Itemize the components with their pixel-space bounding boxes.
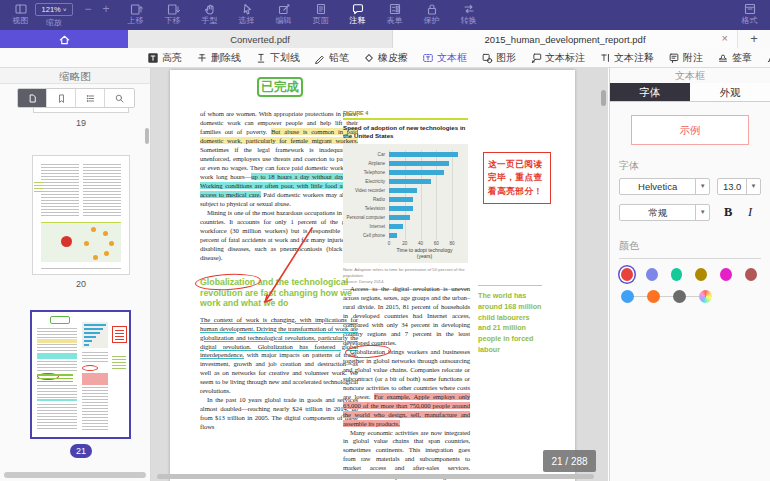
color-swatch[interactable] — [720, 268, 732, 281]
toolbar-mode-convert[interactable]: 转换 — [450, 0, 487, 30]
font-style-select[interactable]: 常规 ▼ — [619, 204, 710, 221]
format-panel-button[interactable]: 格式 — [731, 0, 768, 30]
text-box-annotation[interactable]: 这一页已阅读完毕，重点查看高亮部分！ — [483, 152, 551, 204]
eraser-icon — [363, 52, 375, 64]
chart-category-label: Internet — [345, 224, 389, 229]
callout-icon — [530, 52, 542, 64]
pages-icon — [302, 0, 339, 16]
pencil-icon — [314, 52, 326, 64]
figure-label: FIGURE 4 — [343, 110, 468, 116]
protect-icon — [413, 0, 450, 16]
chevron-down-icon: ˅ — [63, 7, 67, 13]
font-size-select[interactable]: 13.0 ▼ — [717, 178, 761, 195]
color-swatch[interactable] — [621, 268, 633, 281]
chart-bar — [389, 224, 403, 229]
annotation-tool-pencil[interactable]: 铅笔 — [307, 48, 356, 68]
color-swatch[interactable] — [621, 290, 634, 303]
annotation-tool-typewriter[interactable]: 文本注释 — [592, 48, 661, 68]
shapes-icon — [481, 52, 493, 64]
ellipse-annotation[interactable]: Globalization — [200, 277, 255, 287]
chart-bar — [389, 197, 413, 202]
sidebar-title: 缩略图 — [0, 68, 150, 84]
thumbnail-label-21: 21 — [70, 444, 92, 458]
thumbnail-page-19[interactable] — [33, 108, 129, 113]
close-tab-icon[interactable]: × — [722, 32, 728, 44]
underline-icon — [255, 52, 267, 64]
document-tab-hdr-report[interactable]: 2015_human_development_report.pdf × — [393, 30, 737, 48]
chart-bar — [389, 206, 413, 211]
color-swatch[interactable] — [745, 268, 757, 281]
chart-category-label: Airplane — [345, 161, 389, 166]
strikeout-icon — [196, 52, 208, 64]
chart-x-ticks: 020406080 — [389, 240, 460, 247]
sidebar-tab-search[interactable] — [105, 89, 134, 107]
color-swatch[interactable] — [646, 268, 658, 281]
toolbar-mode-protect[interactable]: 保护 — [413, 0, 450, 30]
zoom-in-button[interactable]: + — [99, 2, 113, 16]
toolbar-mode-hand[interactable]: 手型 — [191, 0, 228, 30]
home-tab-button[interactable] — [0, 30, 128, 48]
document-horizontal-scrollbar[interactable] — [157, 474, 594, 479]
new-tab-button[interactable]: + — [737, 30, 770, 48]
toolbar-mode-edit[interactable]: 编辑 — [265, 0, 302, 30]
sidebar-vertical-scrollbar[interactable] — [145, 128, 149, 144]
toolbar-mode-comment[interactable]: 注释 — [339, 0, 376, 30]
color-swatch[interactable] — [673, 290, 686, 303]
annotation-tool-note[interactable]: 附注 — [661, 48, 710, 68]
zoom-level-dropdown[interactable]: 121% ˅ — [35, 3, 73, 16]
toolbar-mode-pages[interactable]: 页面 — [302, 0, 339, 30]
paragraph: Mining is one of the most hazardous occu… — [200, 209, 358, 263]
chart-bar — [389, 233, 397, 238]
section-heading: Globalization and the technological revo… — [200, 277, 358, 308]
panel-tab-font[interactable]: 字体 — [610, 83, 690, 101]
toolbar-mode-form[interactable]: 表单 — [376, 0, 413, 30]
thumbnail-sidebar: 缩略图 19 — [0, 68, 151, 481]
toolbar-mode-page-down[interactable]: 下移 — [154, 0, 191, 30]
color-swatch[interactable] — [647, 290, 660, 303]
toolbar-mode-select[interactable]: 选择 — [228, 0, 265, 30]
panel-tab-appearance[interactable]: 外观 — [690, 83, 770, 101]
annotation-tool-callout[interactable]: 文本标注 — [523, 48, 592, 68]
bookmark-icon — [56, 93, 67, 104]
color-swatch[interactable] — [695, 268, 707, 281]
edit-icon — [265, 0, 302, 16]
tab-bar: Converted.pdf 2015_human_development_rep… — [0, 30, 770, 48]
annotation-tool-signature[interactable]: 签名 — [759, 48, 770, 68]
paragraph: In the past 10 years global trade in goo… — [200, 396, 358, 432]
paragraph: Access to the digital revolution is unev… — [343, 285, 470, 348]
chart-tick-label: 40 — [418, 241, 423, 246]
pdf-page-21: 已完成 of whom are women. With appropriate … — [170, 70, 575, 481]
sidebar-tab-bookmarks[interactable] — [47, 89, 76, 107]
bold-button[interactable]: B — [717, 205, 739, 220]
sidebar-horizontal-scrollbar[interactable] — [4, 472, 146, 478]
thumbnail-page-21-selected[interactable] — [32, 312, 129, 437]
italic-button[interactable]: I — [739, 205, 761, 220]
annotation-tool-textbox[interactable]: 文本框 — [415, 48, 474, 68]
sidebar-tab-thumbnails[interactable] — [18, 89, 47, 107]
custom-color-picker[interactable] — [699, 290, 712, 303]
document-viewport[interactable]: 已完成 of whom are women. With appropriate … — [151, 68, 608, 481]
panel-title: 文本框 — [610, 68, 770, 83]
textbox-properties-panel: 文本框 字体 外观 示例 字体 Helvetica ▼ 13.0 ▼ 常规 ▼ … — [609, 68, 770, 481]
font-family-select[interactable]: Helvetica ▼ — [619, 178, 710, 195]
ellipse-annotation[interactable]: Globalization — [350, 348, 385, 355]
annotation-tool-eraser[interactable]: 橡皮擦 — [356, 48, 415, 68]
completed-stamp[interactable]: 已完成 — [257, 77, 303, 97]
annotation-tool-highlight[interactable]: 高亮 — [140, 48, 189, 68]
paragraph: of whom are women. With appropriate prot… — [200, 110, 358, 209]
annotation-tool-strikeout[interactable]: 删除线 — [189, 48, 248, 68]
document-vertical-scrollbar[interactable] — [601, 90, 606, 106]
chart-category-label: Personal computer — [345, 215, 389, 220]
zoom-out-button[interactable]: − — [81, 2, 95, 16]
document-tab-converted[interactable]: Converted.pdf — [128, 30, 393, 48]
thumbnail-page-20[interactable] — [33, 156, 129, 274]
color-swatch[interactable] — [671, 268, 683, 281]
page-right-column: Access to the digital revolution is unev… — [343, 285, 470, 481]
sidebar-tab-outline[interactable] — [76, 89, 105, 107]
annotation-tool-shapes[interactable]: 图形 — [474, 48, 523, 68]
annotation-tool-underline[interactable]: 下划线 — [248, 48, 307, 68]
signature-icon — [766, 52, 770, 64]
comment-icon — [339, 0, 376, 16]
toolbar-mode-page-up[interactable]: 上移 — [117, 0, 154, 30]
annotation-tool-stamp[interactable]: 签章 — [710, 48, 759, 68]
